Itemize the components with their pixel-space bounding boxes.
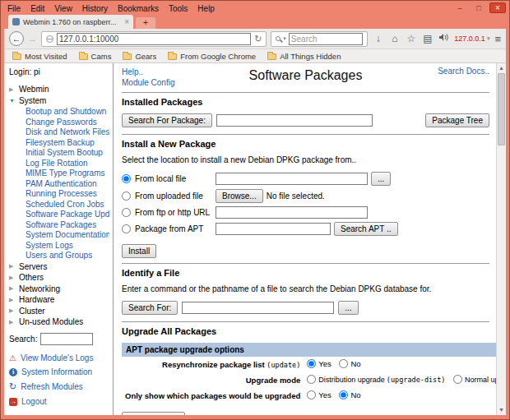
radio-resync-no[interactable]: [339, 359, 348, 368]
bookmark-most-visited[interactable]: Most Visited: [12, 52, 67, 61]
package-tree-button[interactable]: Package Tree: [425, 113, 489, 127]
bookmarks-star-icon[interactable]: ☆: [405, 33, 417, 44]
forward-button[interactable]: →: [28, 34, 37, 44]
bookmark-from-google-chrome[interactable]: From Google Chrome: [168, 52, 256, 61]
sidebar-item-scheduled-cron-jobs[interactable]: Scheduled Cron Jobs: [26, 200, 109, 209]
bookmark-all-things-hidden[interactable]: All Things Hidden: [267, 52, 341, 61]
scrollbar-track[interactable]: [497, 145, 506, 405]
menu-history[interactable]: History: [82, 4, 108, 13]
sidebar-item-users-and-groups[interactable]: Users and Groups: [26, 251, 109, 260]
sidebar-item-others[interactable]: ▶ Others: [9, 273, 109, 282]
vertical-scrollbar[interactable]: ▲ ▼: [496, 63, 506, 415]
resync-no-option[interactable]: No: [339, 359, 360, 368]
back-button[interactable]: ←: [9, 31, 24, 46]
sidebar-item-log-file-rotation[interactable]: Log File Rotation: [26, 159, 109, 168]
browse-button[interactable]: Browse...: [216, 189, 263, 203]
sidebar-item-software-package-updates[interactable]: Software Package Updates: [26, 210, 109, 219]
search-for-button[interactable]: Search For:: [122, 301, 178, 315]
url-bar[interactable]: ↻: [41, 31, 267, 47]
sidebar-item-networking[interactable]: ▶ Networking: [9, 284, 109, 293]
show-only-yes-option[interactable]: Yes: [307, 390, 332, 399]
clipboard-icon[interactable]: ▤: [421, 33, 434, 44]
install-button[interactable]: Install: [122, 244, 156, 258]
url-input[interactable]: [57, 33, 251, 45]
view-module-logs-link[interactable]: ⚠ View Module's Logs: [9, 353, 109, 362]
scroll-up-icon[interactable]: ▲: [497, 63, 506, 73]
menu-bookmarks[interactable]: Bookmarks: [118, 4, 159, 13]
sidebar-item-hardware[interactable]: ▶ Hardware: [9, 295, 109, 304]
host-indicator[interactable]: 127.0.0.1 ▾: [454, 35, 489, 43]
sidebar-item-running-processes[interactable]: Running Processes: [26, 189, 109, 198]
close-button[interactable]: ×: [489, 2, 506, 13]
file-chooser-button[interactable]: ...: [371, 172, 391, 186]
radio-resync-yes[interactable]: [307, 359, 316, 368]
minimize-button[interactable]: –: [452, 2, 468, 13]
search-docs-link[interactable]: Search Docs..: [438, 67, 489, 76]
tab-webmin[interactable]: Webmin 1.760 on raspberr... ×: [8, 15, 133, 29]
new-tab-button[interactable]: +: [136, 17, 155, 29]
site-identity-icon[interactable]: [46, 35, 53, 43]
sidebar-item-webmin[interactable]: ▶ Webmin: [9, 85, 109, 94]
menu-help[interactable]: Help: [197, 4, 215, 13]
menu-file[interactable]: File: [7, 4, 21, 13]
refresh-modules-link[interactable]: ↻ Refresh Modules: [9, 381, 109, 392]
menu-tools[interactable]: Tools: [169, 4, 188, 13]
menu-view[interactable]: View: [54, 4, 72, 13]
bookmark-gears[interactable]: Gears: [123, 52, 156, 61]
radio-normal-upgrade[interactable]: [453, 375, 462, 384]
home-icon[interactable]: ⌂: [388, 33, 401, 44]
sidebar-item-unused-modules[interactable]: ▶ Un-used Modules: [9, 317, 109, 326]
sidebar-item-pam-authentication[interactable]: PAM Authentication: [26, 179, 109, 188]
radio-from-ftp-url[interactable]: [122, 208, 131, 217]
hamburger-menu-icon[interactable]: ≡: [494, 33, 501, 45]
scroll-down-icon[interactable]: ▼: [497, 405, 506, 415]
search-package-button[interactable]: Search For Package:: [122, 113, 212, 127]
radio-show-only-yes[interactable]: [307, 390, 316, 399]
radio-show-only-no[interactable]: [339, 390, 348, 399]
identify-chooser-button[interactable]: ...: [338, 301, 358, 315]
sidebar-search-input[interactable]: [40, 333, 93, 345]
help-link[interactable]: Help..: [122, 67, 143, 76]
identify-input[interactable]: [182, 302, 334, 314]
maximize-button[interactable]: □: [471, 2, 487, 13]
menu-edit[interactable]: Edit: [30, 4, 44, 13]
sidebar-item-servers[interactable]: ▶ Servers: [9, 262, 109, 271]
sidebar-item-filesystem-backup[interactable]: Filesystem Backup: [26, 138, 109, 147]
package-search-input[interactable]: [216, 114, 373, 127]
sidebar-item-system-logs[interactable]: System Logs: [26, 241, 109, 250]
bookmark-cams[interactable]: Cams: [79, 52, 112, 61]
apt-package-input[interactable]: [216, 223, 331, 235]
normal-upgrade-option[interactable]: Normal upgrade: [453, 375, 496, 384]
logout-link[interactable]: → Logout: [9, 397, 109, 406]
scrollbar-thumb[interactable]: [498, 73, 505, 145]
sidebar-item-system[interactable]: ▼ System: [9, 96, 109, 105]
speaker-icon[interactable]: [438, 33, 450, 44]
search-apt-button[interactable]: Search APT ..: [334, 222, 398, 236]
sidebar-item-system-documentation[interactable]: System Documentation: [26, 230, 109, 239]
web-search-input[interactable]: [289, 33, 363, 45]
radio-distribution-upgrade[interactable]: [307, 375, 316, 384]
distribution-upgrade-option[interactable]: Distribution upgrade (upgrade-dist): [307, 375, 445, 384]
reload-icon[interactable]: ↻: [254, 34, 262, 44]
sidebar-item-mime-type-programs[interactable]: MIME Type Programs: [26, 168, 109, 178]
show-only-no-option[interactable]: No: [339, 390, 360, 399]
sidebar-item-software-packages[interactable]: Software Packages: [26, 220, 109, 229]
sidebar-item-disk-and-network-filesystems[interactable]: Disk and Network Filesystems: [26, 127, 109, 136]
radio-from-uploaded-file[interactable]: [122, 192, 131, 201]
sidebar-item-cluster[interactable]: ▶ Cluster: [9, 307, 109, 316]
sidebar-item-bootup-and-shutdown[interactable]: Bootup and Shutdown: [26, 107, 109, 116]
radio-package-from-apt[interactable]: [122, 224, 131, 233]
search-bar[interactable]: ▾: [271, 31, 368, 47]
radio-from-local-file[interactable]: [122, 174, 131, 183]
tab-close-icon[interactable]: ×: [124, 17, 129, 26]
resync-yes-option[interactable]: Yes: [307, 359, 332, 368]
sidebar-item-initial-system-bootup[interactable]: Initial System Bootup: [26, 148, 109, 157]
sidebar-item-change-passwords[interactable]: Change Passwords: [26, 118, 109, 127]
search-engine-dropdown-icon[interactable]: ▾: [283, 35, 286, 42]
downloads-icon[interactable]: ↓: [372, 33, 384, 44]
system-information-link[interactable]: i System Information: [9, 367, 109, 376]
local-file-input[interactable]: [216, 173, 368, 185]
ftp-url-input[interactable]: [216, 206, 368, 219]
upgrade-now-button[interactable]: Upgrade Now: [122, 412, 185, 415]
module-config-link[interactable]: Module Config: [122, 78, 174, 87]
